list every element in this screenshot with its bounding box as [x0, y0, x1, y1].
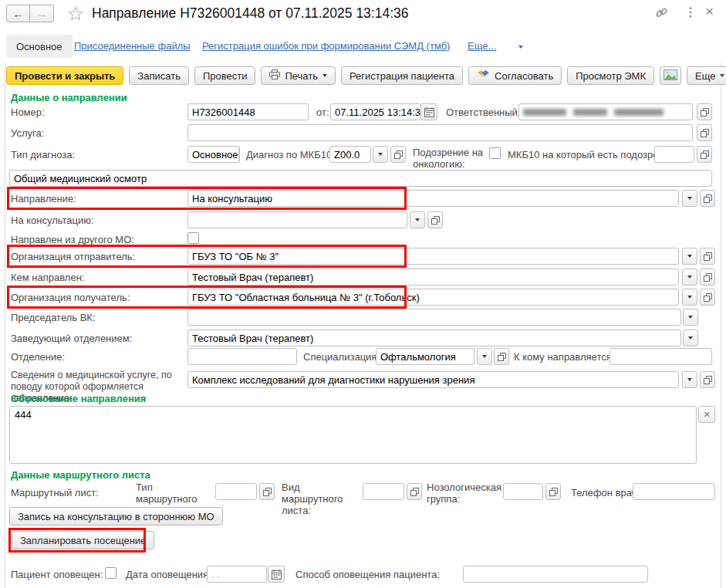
toolbar-more-label: Еще: [695, 70, 715, 82]
justification-clear-icon[interactable]: ✕: [698, 406, 715, 423]
service-info-dropdown-icon[interactable]: [682, 371, 697, 388]
referred-by-open-icon[interactable]: [700, 269, 715, 286]
consult-label: На консультацию:: [11, 215, 94, 226]
date-value: 07.11.2025 13:14:36: [335, 106, 421, 118]
get-link-icon[interactable]: [655, 6, 668, 22]
route-kind-open-icon[interactable]: [407, 483, 422, 500]
mkb10-value: Z00.0: [334, 149, 360, 161]
approve-label: Согласовать: [495, 70, 553, 82]
handshake-icon: [477, 69, 490, 82]
diag-type-value: Основное: [192, 149, 238, 161]
post-label: Провести: [203, 70, 248, 82]
date-field[interactable]: 07.11.2025 13:14:36: [330, 103, 421, 120]
org-receiver-field[interactable]: ГБУЗ ТО "Областная больница № 3" (г.Тобо…: [187, 289, 679, 306]
toolbar-more-button[interactable]: Еще: [687, 66, 726, 85]
referred-by-dropdown-icon[interactable]: [682, 269, 697, 286]
number-field[interactable]: Н7326001448: [187, 103, 309, 120]
direction-field[interactable]: На консультацию: [187, 190, 679, 207]
view-emk-button[interactable]: Просмотр ЭМК: [567, 66, 654, 85]
nosology-open-icon[interactable]: [545, 483, 561, 500]
view-emk-label: Просмотр ЭМК: [576, 70, 646, 82]
mkb10-open-icon[interactable]: [390, 146, 406, 163]
tab-attached-files[interactable]: Присоединенные файлы: [74, 40, 191, 52]
org-sender-open-icon[interactable]: [700, 248, 715, 265]
to-whom-field[interactable]: [610, 348, 712, 365]
tab-more-caret-icon[interactable]: [518, 46, 523, 49]
dept-head-dropdown-icon[interactable]: [683, 329, 698, 346]
department-field[interactable]: [187, 348, 297, 365]
patient-registration-button[interactable]: Регистрация пациента: [341, 66, 463, 85]
tab-more-label: Еще...: [468, 40, 496, 52]
notify-calendar-icon[interactable]: [268, 566, 285, 583]
org-receiver-dropdown-icon[interactable]: [682, 289, 697, 306]
specialization-open-icon[interactable]: [494, 348, 509, 365]
service-open-icon[interactable]: [697, 124, 712, 141]
diag-type-combobox[interactable]: Основное: [187, 146, 240, 163]
approve-button[interactable]: Согласовать: [468, 66, 562, 85]
referred-by-field[interactable]: Тестовый Врач (терапевт): [187, 269, 679, 286]
direction-open-icon[interactable]: [700, 190, 715, 207]
onco-mkb10-field[interactable]: [654, 146, 694, 163]
close-icon[interactable]: ×: [705, 3, 714, 20]
section-route-sheet: Данные маршрутного листа: [11, 469, 150, 481]
consult-open-icon[interactable]: [427, 211, 443, 228]
responsible-field[interactable]: [518, 103, 693, 120]
direction-dropdown-icon[interactable]: [682, 190, 697, 207]
nosology-field[interactable]: [503, 483, 543, 500]
service-label: Услуга:: [11, 127, 44, 139]
form-toolbar: Провести и закрыть Записать Провести Печ…: [6, 66, 719, 85]
direction-label: Направление:: [11, 193, 76, 204]
window-more-icon[interactable]: ⋮: [684, 5, 697, 19]
org-receiver-open-icon[interactable]: [700, 289, 715, 306]
route-type-open-icon[interactable]: [259, 483, 275, 500]
notify-date-field[interactable]: . .: [207, 566, 267, 583]
other-mo-checkbox[interactable]: [187, 232, 199, 244]
diagnosis-name-field[interactable]: Общий медицинский осмотр: [9, 170, 712, 187]
other-mo-label: Направлен из другого МО:: [11, 234, 134, 245]
tab-main[interactable]: Основное: [6, 35, 73, 58]
org-sender-dropdown-icon[interactable]: [682, 248, 697, 265]
toolbar-more-caret-icon: [720, 74, 724, 77]
back-button[interactable]: ←: [6, 5, 30, 22]
consult-dropdown-icon[interactable]: [410, 211, 425, 228]
specialization-dropdown-icon[interactable]: [477, 348, 492, 365]
calendar-icon[interactable]: [420, 103, 437, 120]
service-info-field[interactable]: Комплекс исследований для диагностики на…: [187, 371, 679, 388]
patient-notified-checkbox[interactable]: [105, 567, 116, 579]
route-type-field[interactable]: [215, 483, 257, 500]
tab-semd-errors[interactable]: Регистрация ошибок при формировании СЭМД…: [202, 40, 450, 52]
plan-visit-button[interactable]: Запланировать посещение: [12, 531, 154, 549]
external-consult-label: Запись на консультацию в стороннюю МО: [18, 511, 214, 522]
vk-chair-dropdown-icon[interactable]: [683, 309, 698, 326]
specialization-value: Офтальмология: [380, 351, 456, 363]
external-consult-button[interactable]: Запись на консультацию в стороннюю МО: [9, 507, 223, 525]
specialization-field[interactable]: Офтальмология: [376, 348, 474, 365]
doctor-phone-field[interactable]: [633, 483, 715, 500]
favorite-star-icon[interactable]: [68, 6, 83, 23]
diag-type-dropdown-icon[interactable]: [238, 147, 240, 162]
onco-checkbox[interactable]: [489, 147, 501, 159]
onco-mkb10-open-icon[interactable]: [697, 146, 712, 163]
mkb10-dropdown-icon[interactable]: [373, 146, 388, 163]
route-kind-field[interactable]: [363, 483, 404, 500]
org-sender-field[interactable]: ГБУЗ ТО "ОБ № 3": [187, 248, 679, 265]
service-info-open-icon[interactable]: [700, 371, 715, 388]
forward-button[interactable]: →: [30, 5, 54, 22]
mkb10-field[interactable]: Z00.0: [329, 146, 371, 163]
vk-chair-field[interactable]: [187, 309, 681, 326]
forward-icon: →: [36, 8, 47, 20]
justification-textarea[interactable]: 444: [9, 406, 697, 464]
post-button[interactable]: Провести: [194, 66, 256, 85]
tab-more[interactable]: Еще...: [468, 40, 496, 52]
notify-method-field[interactable]: [463, 566, 648, 583]
image-button[interactable]: [660, 66, 681, 85]
print-button[interactable]: Печать: [261, 66, 336, 85]
write-button[interactable]: Записать: [129, 66, 189, 85]
onco-mkb10-label: МКБ10 на который есть подозрение:: [508, 149, 678, 161]
consult-field[interactable]: [187, 211, 407, 228]
post-and-close-button[interactable]: Провести и закрыть: [6, 66, 123, 85]
dept-head-field[interactable]: Тестовый Врач (терапевт): [187, 329, 681, 346]
service-field[interactable]: [187, 124, 693, 141]
responsible-open-icon[interactable]: [697, 103, 712, 120]
dept-head-label: Заведующий отделением:: [11, 333, 132, 344]
